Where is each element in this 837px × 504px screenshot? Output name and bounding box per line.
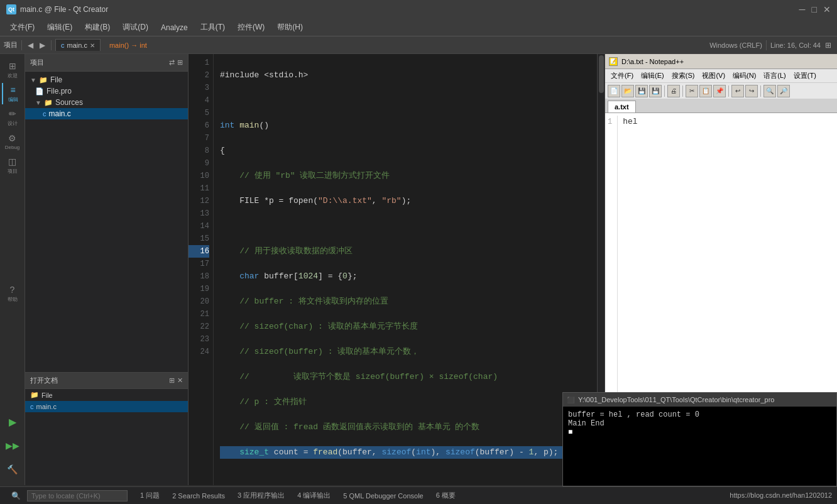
toolbar-expand-btn[interactable]: ⊞	[823, 40, 833, 51]
tree-item-filepro[interactable]: 📄 File.pro	[25, 85, 188, 97]
project-label-sidebar: 项目	[8, 168, 18, 175]
notepad-icon: 📝	[609, 57, 618, 66]
np-sep-1	[664, 85, 665, 97]
open-docs-expand[interactable]: ⊞	[169, 376, 175, 385]
np-menu-lang[interactable]: 语言(L)	[760, 70, 789, 82]
np-open-btn[interactable]: 📂	[621, 85, 634, 97]
sidebar-edit-btn[interactable]: ≡ 编辑	[2, 83, 23, 104]
bottom-tab-search-icon[interactable]: 🔍	[5, 489, 27, 503]
np-new-btn[interactable]: 📄	[608, 85, 620, 97]
code-line-4: {	[220, 145, 591, 157]
np-redo-btn[interactable]: ↪	[745, 85, 758, 97]
menu-T[interactable]: 工具(T)	[195, 19, 230, 35]
editor-area[interactable]: 1 2 3 4 5 6 7 8 9 10 11 12 13 14 15 16 1…	[189, 54, 604, 485]
sidebar-design-btn[interactable]: ✏ 设计	[2, 107, 23, 128]
np-menu-edit[interactable]: 编辑(E)	[638, 70, 667, 82]
bottom-tab-qml[interactable]: 5 QML Debugger Console	[337, 490, 429, 502]
menu-D[interactable]: 调试(D)	[118, 19, 153, 35]
run-icon: ▶	[9, 416, 16, 428]
open-doc-folder[interactable]: 📁 File	[25, 389, 188, 401]
sidebar-welcome-btn[interactable]: ⊞ 欢迎	[2, 59, 23, 80]
np-paste-btn[interactable]: 📌	[713, 85, 726, 97]
debug-run-button[interactable]: ▶▶	[2, 435, 23, 456]
tree-item-file-root[interactable]: ▼ 📁 File	[25, 74, 188, 85]
tree-item-mainc[interactable]: c main.c	[25, 108, 188, 119]
np-menu-search[interactable]: 搜索(S)	[669, 70, 698, 82]
bottom-tab-compile[interactable]: 4 编译输出	[291, 488, 337, 503]
file-tree-panel: 项目 ⇄ ⊞ ▼ 📁 File 📄 File.pro ▼ 📁 Sources c	[25, 54, 189, 485]
bottom-tab-app-output[interactable]: 3 应用程序输出	[231, 488, 291, 503]
menu-H[interactable]: 帮助(H)	[272, 19, 308, 35]
terminal-title: Y:\001_DevelopTools\011_QT\Tools\QtCreat…	[578, 396, 774, 403]
scrollbar-thumb[interactable]	[599, 55, 604, 93]
expand-all-btn[interactable]: ⊞	[177, 58, 183, 67]
maximize-button[interactable]: □	[812, 4, 817, 14]
np-menu-file[interactable]: 文件(F)	[608, 70, 637, 82]
tab-close-icon[interactable]: ✕	[90, 42, 95, 49]
menu-E[interactable]: 编辑(E)	[42, 19, 77, 35]
open-docs-close[interactable]: ✕	[177, 376, 183, 385]
minimize-button[interactable]: ─	[799, 4, 806, 14]
open-docs-title: 打开文档	[30, 376, 58, 385]
titlebar-left: Qt main.c @ File - Qt Creator	[6, 4, 108, 14]
code-display[interactable]: #include <stdio.h> int main() { // 使用 "r…	[214, 54, 597, 485]
np-saveall-btn[interactable]: 💾	[649, 85, 662, 97]
menubar: 文件(F)编辑(E)构建(B)调试(D)Analyze工具(T)控件(W)帮助(…	[0, 19, 837, 36]
open-docs-section: 打开文档 ⊞ ✕ 📁 File c main.c	[25, 372, 188, 485]
toolbar-back-btn[interactable]: ◀	[26, 40, 35, 51]
bottom-tab-overview[interactable]: 6 概要	[430, 488, 462, 503]
sidebar-project-btn[interactable]: ◫ 项目	[2, 155, 23, 176]
edit-label: 编辑	[8, 96, 18, 103]
design-icon: ✏	[9, 109, 16, 119]
np-menu-encoding[interactable]: 编码(N)	[730, 70, 759, 82]
np-save-btn[interactable]: 💾	[635, 85, 648, 97]
np-zoom-in-btn[interactable]: 🔍	[763, 85, 776, 97]
project-label: 项目	[4, 40, 18, 50]
toolbar-fwd-btn[interactable]: ▶	[38, 40, 47, 51]
code-line-14: // p : 文件指针	[220, 396, 591, 408]
folder-icon-file: 📁	[39, 76, 48, 84]
tree-item-sources[interactable]: ▼ 📁 Sources	[25, 97, 188, 108]
np-print-btn[interactable]: 🖨	[667, 85, 680, 97]
code-line-12: // sizeof(buffer) : 读取的基本单元个数，	[220, 346, 591, 358]
open-doc-folder-label: File	[41, 392, 53, 399]
tree-label-mainc: main.c	[49, 109, 71, 118]
line-info: Line: 16, Col: 44	[770, 41, 821, 49]
sidebar-help-btn[interactable]: ? 帮助	[2, 283, 23, 304]
separator-3	[766, 40, 767, 50]
terminal-content[interactable]: buffer = hel , read count = 0 Main End ■	[563, 407, 836, 486]
separator-2	[51, 40, 52, 50]
np-cut-btn[interactable]: ✂	[686, 85, 698, 97]
np-zoom-out-btn[interactable]: 🔎	[777, 85, 790, 97]
np-menu-settings[interactable]: 设置(T)	[790, 70, 819, 82]
search-input[interactable]	[27, 490, 128, 501]
folder-icon-sources: 📁	[44, 99, 53, 107]
tree-arrow-sources: ▼	[35, 99, 41, 106]
editor-tab[interactable]: c main.c ✕	[55, 39, 101, 51]
menu-F[interactable]: 文件(F)	[5, 19, 40, 35]
sync-btn[interactable]: ⇄	[169, 58, 175, 67]
menu-B[interactable]: 构建(B)	[80, 19, 115, 35]
np-copy-btn[interactable]: 📋	[699, 85, 712, 97]
bottom-tab-issues[interactable]: 1 问题	[134, 488, 166, 503]
file-icon-pro: 📄	[35, 87, 44, 96]
close-button[interactable]: ✕	[823, 4, 831, 14]
tree-label-filepro: File.pro	[46, 87, 72, 96]
bottom-tab-search-results[interactable]: 2 Search Results	[166, 490, 231, 502]
titlebar-icon: Qt	[6, 4, 16, 14]
run-button[interactable]: ▶	[2, 411, 23, 432]
code-line-10: // buffer : 将文件读取到内存的位置	[220, 295, 591, 308]
menu-Analyze[interactable]: Analyze	[156, 21, 193, 35]
notepad-tab-atxt[interactable]: a.txt	[608, 101, 636, 112]
file-tree-title: 项目	[30, 58, 44, 67]
build-button[interactable]: 🔨	[2, 459, 23, 480]
menu-W[interactable]: 控件(W)	[232, 19, 270, 35]
np-undo-btn[interactable]: ↩	[731, 85, 744, 97]
code-line-6: FILE *p = fopen("D:\\a.txt", "rb");	[220, 195, 591, 207]
np-menu-view[interactable]: 视图(V)	[699, 70, 728, 82]
code-line-17	[220, 471, 591, 484]
sidebar-debug-btn[interactable]: ⚙ Debug	[2, 131, 23, 152]
notepad-toolbar: 📄 📂 💾 💾 🖨 ✂ 📋 📌 ↩ ↪ 🔍 🔎	[605, 83, 837, 99]
open-doc-mainc[interactable]: c main.c	[25, 401, 188, 412]
code-line-5: // 使用 "rb" 读取二进制方式打开文件	[220, 170, 591, 182]
